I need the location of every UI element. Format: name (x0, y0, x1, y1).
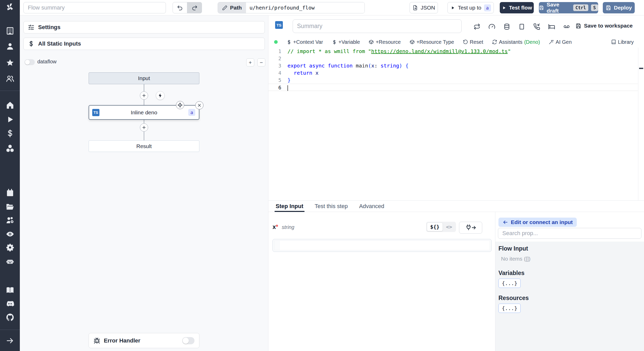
flow-node-inline-deno-label: Inline deno (131, 109, 157, 116)
sleep-bed-icon[interactable] (548, 23, 555, 30)
workers-robot-icon[interactable] (6, 257, 14, 266)
save-draft-button[interactable]: Save draft Ctrl S (539, 2, 598, 13)
add-context-var-button[interactable]: +Context Var (286, 39, 323, 45)
runs-play-icon[interactable] (6, 115, 14, 124)
search-prop-input[interactable] (498, 228, 641, 239)
bolt-icon (158, 93, 163, 98)
assistants-label: Assistants (499, 39, 522, 45)
variables-chip[interactable]: {...} (498, 279, 521, 288)
path-label-text: Path (230, 5, 242, 11)
add-resource-type-button[interactable]: +Resource Type (410, 39, 454, 45)
dollar-icon (28, 40, 35, 47)
code-text (281, 55, 287, 62)
add-step-button[interactable] (140, 123, 148, 132)
tab-test-this-step[interactable]: Test this step (315, 201, 348, 212)
add-resource-button[interactable]: +Resource (369, 39, 401, 45)
reset-button[interactable]: Reset (463, 39, 483, 45)
tab-step-input[interactable]: Step Input (276, 201, 303, 212)
add-variable-button[interactable]: +Variable (332, 39, 360, 45)
library-button[interactable]: Library (611, 39, 634, 45)
folders-icon[interactable] (6, 202, 14, 211)
code-editor[interactable]: 1// import * as wmill from "https://deno… (268, 48, 638, 200)
json-button[interactable]: JSON (410, 2, 438, 13)
plus-icon (141, 93, 147, 98)
play-icon (450, 5, 455, 10)
delete-step-button[interactable] (195, 101, 204, 109)
error-handler-toggle[interactable] (182, 337, 194, 344)
flow-node-input[interactable]: Input (89, 72, 199, 84)
docs-book-icon[interactable] (6, 286, 14, 295)
cursor-overview-tick (639, 68, 643, 69)
test-up-to-button[interactable]: Test up to a (447, 2, 494, 13)
windmill-logo-icon[interactable] (6, 3, 14, 12)
workspace-building-icon[interactable] (6, 27, 14, 35)
arg-type: string (282, 224, 294, 230)
refresh-icon (492, 39, 497, 45)
audit-eye-icon[interactable] (6, 230, 14, 238)
resources-cubes-icon[interactable] (6, 144, 14, 153)
save-to-workspace-button[interactable]: Save to workspace (575, 23, 633, 29)
mock-voicemail-icon[interactable] (563, 23, 570, 30)
edge-line (144, 84, 144, 91)
error-handler-card[interactable]: Error Handler (89, 333, 199, 348)
code-toggle[interactable]: <> (443, 223, 455, 231)
admin-users-gear-icon[interactable] (6, 216, 14, 225)
add-step-button[interactable] (140, 91, 148, 100)
concurrency-square-icon[interactable] (518, 23, 525, 30)
variables-title: Variables (498, 270, 644, 277)
redo-button[interactable] (187, 2, 202, 13)
step-summary-input[interactable] (293, 19, 462, 33)
assistants-button[interactable]: Assistants (Deno) (492, 39, 540, 45)
add-trigger-button[interactable] (156, 91, 165, 100)
reset-label: Reset (470, 39, 483, 45)
flow-input-empty: No items ([]) (501, 256, 644, 262)
move-step-button[interactable] (176, 101, 184, 109)
path-label[interactable]: Path (218, 2, 246, 13)
graph-zoom-out-button[interactable]: − (257, 58, 265, 66)
step-id-badge: a (188, 109, 195, 116)
suspend-phone-icon[interactable] (533, 23, 540, 30)
arg-value-editor[interactable] (273, 239, 492, 252)
user-icon[interactable] (6, 42, 14, 51)
code-line: 5} (268, 76, 638, 84)
github-icon[interactable] (6, 313, 14, 322)
favorites-star-icon[interactable] (6, 58, 14, 67)
error-handler-label: Error Handler (104, 337, 140, 344)
cache-database-icon[interactable] (503, 23, 510, 30)
flow-settings-label: Settings (38, 24, 61, 31)
add-variable-label: +Variable (338, 39, 360, 45)
discord-icon[interactable] (6, 299, 14, 308)
connect-input-button[interactable] (459, 222, 482, 234)
all-static-inputs-button[interactable]: All Static Inputs (23, 38, 265, 50)
settings-gear-icon[interactable] (6, 243, 14, 252)
kbd-s: S (591, 4, 598, 11)
flow-graph-panel: Settings All Static Inputs dataflow + − … (20, 15, 268, 351)
top-toolbar: Path JSON Test up to a Test flow Save dr… (20, 0, 644, 15)
graph-zoom-in-button[interactable]: + (246, 58, 254, 66)
deploy-button[interactable]: Deploy (603, 2, 635, 13)
early-stop-gauge-icon[interactable] (488, 23, 495, 30)
edit-or-connect-button[interactable]: Edit or connect an input (498, 218, 577, 227)
file-json-icon (412, 5, 418, 11)
flow-settings-button[interactable]: Settings (23, 21, 265, 33)
test-flow-button[interactable]: Test flow (500, 2, 534, 13)
groups-icon[interactable] (6, 74, 14, 83)
all-static-inputs-label: All Static Inputs (38, 40, 81, 47)
flow-node-result[interactable]: Result (89, 140, 199, 152)
flow-summary-input[interactable] (23, 2, 166, 13)
error-handler-toggle-knob (183, 338, 189, 344)
template-expr-toggle[interactable]: ${} (427, 222, 443, 231)
dataflow-toggle[interactable] (24, 59, 35, 65)
schedules-calendar-icon[interactable] (6, 189, 14, 197)
tab-advanced[interactable]: Advanced (359, 201, 384, 212)
required-mark: * (276, 224, 278, 230)
retries-repeat-icon[interactable] (473, 23, 480, 30)
undo-button[interactable] (173, 2, 187, 13)
editor-toolbar: +Context Var +Variable +Resource +Resour… (274, 37, 634, 47)
expand-sidebar-arrow-icon[interactable] (6, 336, 14, 345)
variables-dollar-icon[interactable] (6, 129, 14, 138)
home-icon[interactable] (6, 101, 14, 109)
ai-gen-button[interactable]: AI Gen (549, 39, 572, 45)
resources-chip[interactable]: {...} (498, 304, 521, 313)
path-input[interactable] (246, 2, 365, 13)
